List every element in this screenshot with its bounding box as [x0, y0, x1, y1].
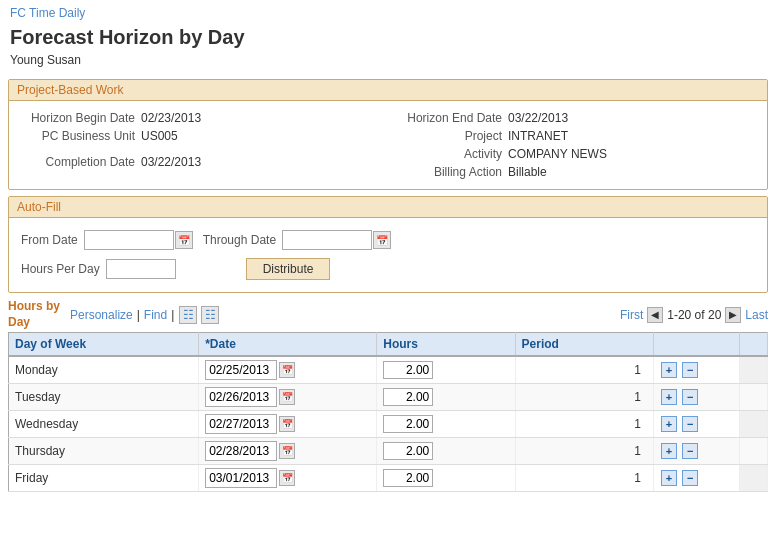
remove-row-button[interactable]: −	[682, 470, 698, 486]
pc-business-unit-label: PC Business Unit	[21, 129, 141, 143]
hours-per-day-input[interactable]	[106, 259, 176, 279]
remove-row-button[interactable]: −	[682, 362, 698, 378]
project-section-header: Project-Based Work	[9, 80, 767, 101]
date-input[interactable]	[205, 441, 277, 461]
date-input[interactable]	[205, 468, 277, 488]
project-info-grid: Horizon Begin Date 02/23/2013 PC Busines…	[21, 109, 755, 181]
remove-row-button[interactable]: −	[682, 416, 698, 432]
billing-action-row: Billing Action Billable	[388, 163, 755, 181]
period-cell: 1	[515, 411, 653, 438]
project-value: INTRANET	[508, 129, 568, 143]
col-scroll	[740, 333, 768, 357]
col-day-of-week: Day of Week	[9, 333, 199, 357]
table-row: Monday 📅 1 + −	[9, 356, 768, 384]
distribute-button[interactable]: Distribute	[246, 258, 331, 280]
project-section-body: Horizon Begin Date 02/23/2013 PC Busines…	[9, 101, 767, 189]
page-title: Forecast Horizon by Day	[0, 22, 776, 51]
scroll-cell	[740, 356, 768, 384]
project-right-col: Horizon End Date 03/22/2013 Project INTR…	[388, 109, 755, 181]
hours-table-body: Monday 📅 1 + − Tuesday 📅 1 +	[9, 356, 768, 492]
date-input[interactable]	[205, 360, 277, 380]
date-input[interactable]	[205, 414, 277, 434]
pc-business-unit-row: PC Business Unit US005	[21, 127, 388, 145]
row-calendar-icon[interactable]: 📅	[279, 416, 295, 432]
project-row: Project INTRANET	[388, 127, 755, 145]
pagination: First ◀ 1-20 of 20 ▶ Last	[620, 307, 768, 323]
col-hours: Hours	[377, 333, 515, 357]
table-row: Thursday 📅 1 + −	[9, 438, 768, 465]
date-cell: 📅	[199, 356, 377, 384]
action-btns-cell: + −	[653, 411, 739, 438]
action-btns-cell: + −	[653, 384, 739, 411]
add-row-button[interactable]: +	[661, 416, 677, 432]
hours-input[interactable]	[383, 442, 433, 460]
date-cell: 📅	[199, 465, 377, 492]
col-period: Period	[515, 333, 653, 357]
prev-arrow[interactable]: ◀	[647, 307, 663, 323]
hours-title: Hours byDay	[8, 299, 60, 330]
date-cell: 📅	[199, 438, 377, 465]
billing-action-label: Billing Action	[388, 165, 508, 179]
hours-table: Day of Week *Date Hours Period Monday 📅 …	[8, 332, 768, 492]
pc-business-unit-value: US005	[141, 129, 178, 143]
personalize-link[interactable]: Personalize	[70, 308, 133, 322]
view-icon-1[interactable]: ☷	[179, 306, 197, 324]
view-icon-2[interactable]: ☷	[201, 306, 219, 324]
activity-row: Activity COMPANY NEWS	[388, 145, 755, 163]
table-row: Friday 📅 1 + −	[9, 465, 768, 492]
through-date-label: Through Date	[203, 233, 282, 247]
next-arrow[interactable]: ▶	[725, 307, 741, 323]
date-cell: 📅	[199, 384, 377, 411]
from-date-label: From Date	[21, 233, 84, 247]
row-calendar-icon[interactable]: 📅	[279, 362, 295, 378]
from-date-input[interactable]	[84, 230, 174, 250]
add-row-button[interactable]: +	[661, 443, 677, 459]
hours-distribute-row: Hours Per Day Distribute	[21, 254, 755, 284]
remove-row-button[interactable]: −	[682, 389, 698, 405]
project-left-col: Horizon Begin Date 02/23/2013 PC Busines…	[21, 109, 388, 181]
project-section: Project-Based Work Horizon Begin Date 02…	[8, 79, 768, 190]
scroll-cell	[740, 465, 768, 492]
add-row-button[interactable]: +	[661, 362, 677, 378]
through-date-calendar-icon[interactable]: 📅	[373, 231, 391, 249]
day-cell: Friday	[9, 465, 199, 492]
hours-input[interactable]	[383, 361, 433, 379]
add-row-button[interactable]: +	[661, 470, 677, 486]
action-btns-cell: + −	[653, 465, 739, 492]
hours-input[interactable]	[383, 469, 433, 487]
hours-cell	[377, 438, 515, 465]
hours-cell	[377, 356, 515, 384]
col-date: *Date	[199, 333, 377, 357]
day-cell: Wednesday	[9, 411, 199, 438]
day-cell: Thursday	[9, 438, 199, 465]
hours-cell	[377, 411, 515, 438]
table-header-row: Day of Week *Date Hours Period	[9, 333, 768, 357]
from-date-row: From Date 📅	[21, 226, 193, 254]
period-cell: 1	[515, 384, 653, 411]
last-link[interactable]: Last	[745, 308, 768, 322]
page-range: 1-20 of 20	[667, 308, 721, 322]
row-calendar-icon[interactable]: 📅	[279, 389, 295, 405]
from-date-calendar-icon[interactable]: 📅	[175, 231, 193, 249]
first-link[interactable]: First	[620, 308, 643, 322]
hours-per-day-label: Hours Per Day	[21, 262, 106, 276]
row-calendar-icon[interactable]: 📅	[279, 443, 295, 459]
period-cell: 1	[515, 438, 653, 465]
remove-row-button[interactable]: −	[682, 443, 698, 459]
add-row-button[interactable]: +	[661, 389, 677, 405]
scroll-cell	[740, 438, 768, 465]
date-input[interactable]	[205, 387, 277, 407]
autofill-body: From Date 📅 Through Date 📅 Hours Per Day…	[9, 218, 767, 292]
scroll-cell	[740, 384, 768, 411]
day-cell: Monday	[9, 356, 199, 384]
through-date-input[interactable]	[282, 230, 372, 250]
period-cell: 1	[515, 356, 653, 384]
find-link[interactable]: Find	[144, 308, 167, 322]
horizon-begin-label: Horizon Begin Date	[21, 111, 141, 125]
col-actions	[653, 333, 739, 357]
row-calendar-icon[interactable]: 📅	[279, 470, 295, 486]
autofill-header: Auto-Fill	[9, 197, 767, 218]
hours-input[interactable]	[383, 415, 433, 433]
hours-per-day-row: Hours Per Day	[21, 259, 176, 279]
hours-input[interactable]	[383, 388, 433, 406]
